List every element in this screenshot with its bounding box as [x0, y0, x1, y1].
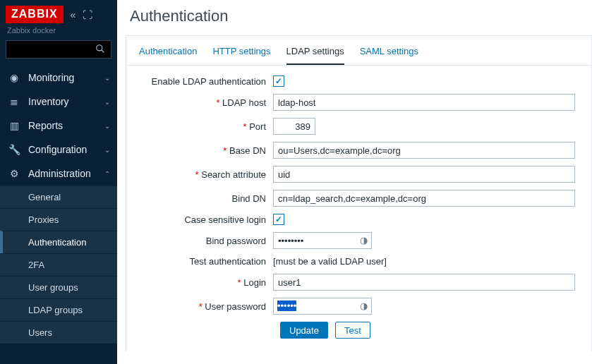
port-label: Port [139, 121, 273, 132]
nav-item-configuration[interactable]: 🔧 Configuration ⌄ [0, 138, 117, 162]
sidebar: ZABBIX « ⛶ Zabbix docker ◉ Monitoring ⌄ … [0, 0, 117, 364]
port-input[interactable] [273, 118, 315, 135]
nav-label: Inventory [28, 96, 69, 107]
enable-ldap-checkbox[interactable]: ✓ [273, 75, 284, 87]
tab-saml-settings[interactable]: SAML settings [360, 43, 418, 65]
list-icon: ≣ [8, 96, 20, 107]
test-auth-label: Test authentication [139, 256, 273, 267]
subnav-item-user-groups[interactable]: User groups [0, 276, 117, 298]
svg-line-1 [102, 49, 104, 52]
bind-password-input[interactable] [273, 232, 372, 249]
chart-icon: ▥ [8, 120, 20, 131]
search-attr-input[interactable] [273, 166, 575, 183]
tab-authentication[interactable]: Authentication [139, 43, 197, 65]
eye-icon: ◉ [8, 72, 20, 83]
chevron-down-icon: ⌄ [104, 146, 110, 154]
search-attr-label: Search attribute [139, 169, 273, 180]
brand-logo[interactable]: ZABBIX [6, 6, 64, 23]
nav-label: Administration [28, 168, 91, 179]
tabs: Authentication HTTP settings LDAP settin… [126, 36, 591, 66]
subnav-item-proxies[interactable]: Proxies [0, 208, 117, 231]
base-dn-label: Base DN [139, 145, 273, 156]
nav-label: Configuration [28, 144, 87, 155]
nav-item-administration[interactable]: ⚙ Administration ⌃ [0, 162, 117, 186]
nav: ◉ Monitoring ⌄ ≣ Inventory ⌄ ▥ Reports ⌄… [0, 66, 117, 186]
case-sensitive-checkbox[interactable]: ✓ [273, 214, 284, 225]
case-sensitive-label: Case sensitive login [139, 214, 273, 225]
page-title: Authentication [117, 0, 592, 35]
search-input[interactable] [6, 40, 111, 59]
nav-item-inventory[interactable]: ≣ Inventory ⌄ [0, 90, 117, 114]
wrench-icon: 🔧 [8, 144, 20, 155]
subnav-item-authentication[interactable]: Authentication [0, 231, 117, 253]
base-dn-input[interactable] [273, 142, 575, 159]
chevron-down-icon: ⌄ [104, 122, 110, 130]
gear-icon: ⚙ [8, 168, 20, 179]
test-auth-hint: [must be a valid LDAP user] [273, 256, 387, 267]
subnav-item-ldap-groups[interactable]: LDAP groups [0, 298, 117, 321]
nav-label: Monitoring [28, 72, 74, 83]
login-input[interactable] [273, 274, 575, 291]
subnav-item-users[interactable]: Users [0, 321, 117, 344]
bind-dn-label: Bind DN [139, 193, 273, 204]
ldap-host-label: LDAP host [139, 97, 273, 108]
svg-point-0 [97, 44, 102, 50]
tab-http-settings[interactable]: HTTP settings [212, 43, 270, 65]
bind-dn-input[interactable] [273, 190, 575, 207]
tab-ldap-settings[interactable]: LDAP settings [286, 43, 344, 65]
subnav-item-2fa[interactable]: 2FA [0, 253, 117, 276]
user-password-selection: •••••• [277, 301, 296, 311]
enable-ldap-label: Enable LDAP authentication [139, 76, 273, 87]
nav-item-monitoring[interactable]: ◉ Monitoring ⌄ [0, 66, 117, 90]
chevron-down-icon: ⌄ [104, 98, 110, 106]
form: Enable LDAP authentication ✓ LDAP host P… [126, 66, 591, 351]
update-button[interactable]: Update [280, 322, 328, 339]
nav-label: Reports [28, 120, 63, 131]
nav-item-reports[interactable]: ▥ Reports ⌄ [0, 114, 117, 138]
login-label: Login [139, 277, 273, 288]
panel: Authentication HTTP settings LDAP settin… [126, 35, 592, 351]
bind-password-label: Bind password [139, 236, 273, 246]
fullscreen-icon[interactable]: ⛶ [83, 9, 92, 20]
sidebar-header: ZABBIX « ⛶ [0, 0, 117, 26]
subnav: General Proxies Authentication 2FA User … [0, 186, 117, 344]
main: Authentication Authentication HTTP setti… [117, 0, 592, 364]
search-icon [95, 44, 105, 56]
brand-subtitle: Zabbix docker [0, 26, 117, 40]
test-button[interactable]: Test [335, 322, 370, 339]
chevron-up-icon: ⌃ [104, 170, 110, 178]
user-password-label: User password [139, 301, 273, 312]
collapse-icon[interactable]: « [71, 9, 76, 20]
ldap-host-input[interactable] [273, 94, 575, 111]
subnav-item-general[interactable]: General [0, 186, 117, 208]
chevron-down-icon: ⌄ [104, 74, 110, 82]
